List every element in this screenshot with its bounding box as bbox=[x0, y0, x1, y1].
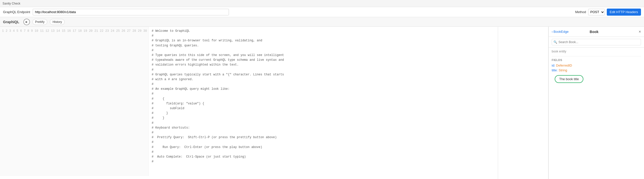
prettify-button[interactable]: Prettify bbox=[32, 19, 47, 25]
book-title-box: The book title bbox=[555, 75, 583, 83]
search-wrapper: 🔍 bbox=[552, 39, 641, 45]
history-button[interactable]: History bbox=[50, 19, 65, 25]
field-id-type: DeferredID bbox=[556, 64, 572, 67]
field-id-name: id: bbox=[552, 64, 556, 67]
search-input[interactable] bbox=[552, 39, 641, 45]
app-title: Sanity Check bbox=[3, 2, 20, 5]
graphiql-header: GraphiQL ▶ Prettify History bbox=[0, 17, 644, 27]
panel-title: Book bbox=[590, 30, 598, 34]
play-icon: ▶ bbox=[26, 20, 28, 23]
book-panel-header: ‹ BookEdge Book × bbox=[549, 27, 644, 37]
code-area: 1 2 3 4 5 6 7 8 9 10 11 12 13 14 15 16 1… bbox=[0, 27, 498, 176]
search-icon: 🔍 bbox=[553, 40, 557, 44]
code-content[interactable]: # Welcome to GraphiQL # # GraphiQL is an… bbox=[149, 27, 287, 176]
book-panel: ‹ BookEdge Book × 🔍 book entity FIELDS i… bbox=[548, 27, 644, 179]
fields-label: FIELDS bbox=[552, 56, 641, 62]
endpoint-label: GraphQL Endpoint bbox=[3, 10, 30, 14]
editor-pane[interactable]: 1 2 3 4 5 6 7 8 9 10 11 12 13 14 15 16 1… bbox=[0, 27, 498, 179]
back-link[interactable]: ‹ BookEdge bbox=[552, 30, 569, 34]
field-title-type: String bbox=[558, 68, 567, 72]
main-area: 1 2 3 4 5 6 7 8 9 10 11 12 13 14 15 16 1… bbox=[0, 27, 644, 179]
chevron-left-icon: ‹ bbox=[552, 30, 553, 34]
play-button[interactable]: ▶ bbox=[23, 19, 30, 25]
field-title-name: title: bbox=[552, 68, 558, 72]
method-label: Method bbox=[575, 10, 586, 14]
close-button[interactable]: × bbox=[639, 29, 641, 34]
result-pane bbox=[498, 27, 548, 179]
graphiql-title: GraphiQL bbox=[3, 20, 19, 24]
fields-section: FIELDS id: DeferredID title: String The … bbox=[549, 54, 644, 87]
toolbar: GraphQL Endpoint Method POST GET Edit HT… bbox=[0, 7, 644, 17]
title-bar: Sanity Check bbox=[0, 0, 644, 7]
edit-http-headers-button[interactable]: Edit HTTP Headers bbox=[607, 9, 641, 16]
field-id: id: DeferredID bbox=[552, 64, 641, 67]
book-title-box-container: The book title bbox=[552, 73, 641, 85]
endpoint-input[interactable] bbox=[33, 9, 229, 15]
field-title: title: String bbox=[552, 68, 641, 72]
back-link-label: BookEdge bbox=[553, 30, 569, 34]
entity-label: book entity bbox=[549, 48, 644, 54]
toolbar-right: Method POST GET Edit HTTP Headers bbox=[575, 9, 641, 16]
method-select[interactable]: POST GET bbox=[588, 9, 605, 15]
search-container: 🔍 bbox=[549, 37, 644, 48]
line-numbers: 1 2 3 4 5 6 7 8 9 10 11 12 13 14 15 16 1… bbox=[0, 27, 149, 176]
